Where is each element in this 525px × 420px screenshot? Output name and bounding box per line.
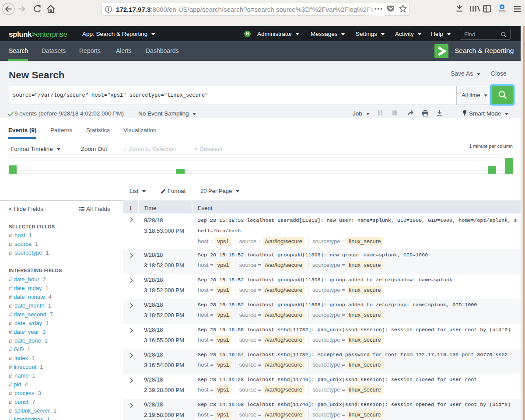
svg-text:a: a xyxy=(501,4,504,9)
